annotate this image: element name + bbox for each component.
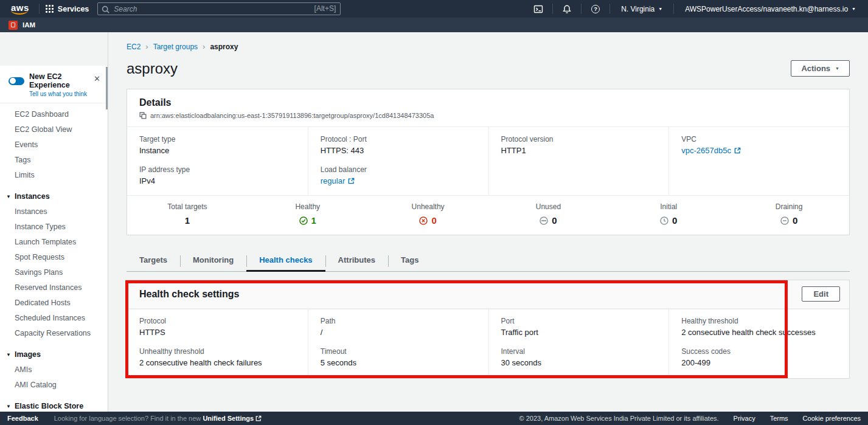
privacy-link[interactable]: Privacy bbox=[734, 415, 755, 422]
external-link-icon bbox=[255, 415, 262, 421]
field-label: IP address type bbox=[139, 165, 296, 174]
sidebar-item-limits[interactable]: Limits bbox=[0, 168, 108, 183]
sidebar-section-images[interactable]: ▼ Images bbox=[0, 347, 108, 362]
sidebar-item-events[interactable]: Events bbox=[0, 137, 108, 153]
details-title: Details bbox=[139, 97, 837, 108]
triangle-down-icon: ▼ bbox=[6, 194, 11, 199]
tab-bar: Targets Monitoring Health checks Attribu… bbox=[127, 251, 850, 272]
unified-settings-link[interactable]: Unified Settings bbox=[203, 415, 254, 422]
services-label: Services bbox=[58, 5, 89, 13]
sidebar-item-reserved-instances[interactable]: Reserved Instances bbox=[0, 280, 108, 295]
target-group-arn: arn:aws:elasticloadbalancing:us-east-1:3… bbox=[150, 112, 434, 119]
sidebar-item-capacity-reservations[interactable]: Capacity Reservations bbox=[0, 326, 108, 341]
notifications-bell-icon[interactable] bbox=[559, 4, 575, 14]
hc-protocol-value: HTTPS bbox=[139, 328, 296, 337]
sidebar-item-ami-catalog[interactable]: AMI Catalog bbox=[0, 378, 108, 393]
breadcrumb-target-groups[interactable]: Target groups bbox=[153, 43, 198, 51]
sidebar-item-spot-requests[interactable]: Spot Requests bbox=[0, 250, 108, 265]
draining-minus-icon bbox=[780, 216, 789, 225]
chevron-right-icon: › bbox=[203, 42, 205, 51]
footer: Feedback Looking for language selection?… bbox=[0, 412, 868, 425]
aws-logo[interactable]: aws bbox=[7, 2, 33, 15]
close-icon[interactable]: ✕ bbox=[94, 74, 100, 83]
tell-us-link[interactable]: Tell us what you think bbox=[29, 91, 99, 97]
field-label: Load balancer bbox=[321, 165, 476, 174]
feedback-link[interactable]: Feedback bbox=[7, 415, 38, 422]
services-menu-button[interactable]: Services bbox=[46, 5, 89, 13]
tab-health-checks[interactable]: Health checks bbox=[246, 251, 325, 272]
unhealthy-x-icon bbox=[419, 216, 428, 225]
sidebar-item-launch-templates[interactable]: Launch Templates bbox=[0, 235, 108, 250]
copy-icon[interactable] bbox=[139, 112, 147, 119]
field-label: Timeout bbox=[321, 347, 476, 356]
healthy-count: 1 bbox=[248, 215, 368, 226]
field-label: Path bbox=[321, 317, 476, 325]
tab-tags[interactable]: Tags bbox=[388, 251, 431, 272]
sidebar-item-ec2-global-view[interactable]: EC2 Global View bbox=[0, 122, 108, 137]
account-menu[interactable]: AWSPowerUserAccess/navaneeth.kn@harness.… bbox=[680, 5, 861, 13]
hc-success-codes-value: 200-499 bbox=[681, 358, 837, 367]
actions-button[interactable]: Actions▼ bbox=[791, 60, 850, 77]
new-experience-toggle[interactable] bbox=[9, 77, 24, 85]
field-label: Protocol bbox=[139, 317, 296, 325]
breadcrumb-ec2[interactable]: EC2 bbox=[127, 43, 141, 51]
hc-healthy-threshold-value: 2 consecutive health check successes bbox=[681, 328, 837, 337]
field-label: Port bbox=[501, 317, 657, 325]
health-check-settings-title: Health check settings bbox=[139, 289, 837, 300]
field-label: Protocol version bbox=[501, 135, 657, 143]
hc-port-value: Traffic port bbox=[501, 328, 657, 337]
target-health-summary: Total targets 1 Healthy 1 Unhealthy 0 Un… bbox=[127, 195, 849, 235]
region-selector[interactable]: N. Virginia▼ bbox=[616, 5, 667, 13]
breadcrumb: EC2 › Target groups › asproxy bbox=[127, 42, 850, 51]
unused-ellipsis-icon bbox=[540, 216, 548, 225]
sidebar-item-savings-plans[interactable]: Savings Plans bbox=[0, 265, 108, 280]
copyright-text: © 2023, Amazon Web Services India Privat… bbox=[519, 415, 719, 422]
divider bbox=[581, 4, 582, 14]
sidebar-section-instances[interactable]: ▼ Instances bbox=[0, 189, 108, 204]
new-experience-title: New EC2 Experience bbox=[29, 72, 99, 89]
sidebar-nav: EC2 Dashboard EC2 Global View Events Tag… bbox=[0, 103, 108, 425]
cloudshell-icon[interactable] bbox=[530, 4, 546, 14]
unused-count: 0 bbox=[488, 215, 608, 226]
total-targets-count: 1 bbox=[127, 215, 248, 226]
global-search: [Alt+S] bbox=[97, 2, 341, 15]
search-icon bbox=[102, 5, 109, 16]
page-title: asproxy bbox=[127, 60, 178, 77]
details-card: Details arn:aws:elasticloadbalancing:us-… bbox=[127, 89, 850, 235]
vpc-link[interactable]: vpc-2657db5c bbox=[681, 146, 837, 155]
search-shortcut: [Alt+S] bbox=[314, 4, 336, 13]
sidebar-item-scheduled-instances[interactable]: Scheduled Instances bbox=[0, 311, 108, 326]
external-link-icon bbox=[348, 178, 355, 184]
hc-timeout-value: 5 seconds bbox=[321, 358, 476, 367]
tab-monitoring[interactable]: Monitoring bbox=[180, 251, 246, 272]
sidebar-item-ec2-dashboard[interactable]: EC2 Dashboard bbox=[0, 107, 108, 122]
sidebar-scrollbar[interactable] bbox=[106, 67, 108, 109]
top-navbar: aws Services [Alt+S] ? N. Virgini bbox=[0, 0, 868, 18]
hc-interval-value: 30 seconds bbox=[501, 358, 657, 367]
tab-attributes[interactable]: Attributes bbox=[325, 251, 388, 272]
aws-console-screen: aws Services [Alt+S] ? N. Virgini bbox=[0, 0, 868, 425]
field-label: VPC bbox=[681, 135, 837, 143]
load-balancer-link[interactable]: regular bbox=[321, 176, 476, 185]
hc-unhealthy-threshold-value: 2 consecutive health check failures bbox=[139, 358, 296, 367]
tab-targets[interactable]: Targets bbox=[127, 251, 180, 272]
search-input[interactable] bbox=[97, 2, 341, 15]
target-type-value: Instance bbox=[139, 146, 296, 155]
edit-button[interactable]: Edit bbox=[802, 286, 840, 302]
cookie-preferences-link[interactable]: Cookie preferences bbox=[803, 415, 861, 422]
initial-count: 0 bbox=[608, 215, 729, 226]
sidebar-item-instances[interactable]: Instances bbox=[0, 204, 108, 219]
sidebar-item-dedicated-hosts[interactable]: Dedicated Hosts bbox=[0, 295, 108, 311]
sidebar-item-amis[interactable]: AMIs bbox=[0, 362, 108, 378]
sidebar-item-instance-types[interactable]: Instance Types bbox=[0, 219, 108, 235]
divider bbox=[552, 4, 553, 14]
chevron-down-icon: ▼ bbox=[852, 7, 856, 11]
help-icon[interactable]: ? bbox=[588, 5, 603, 13]
sidebar: New EC2 Experience Tell us what you thin… bbox=[0, 32, 108, 412]
favorite-iam-link[interactable]: IAM bbox=[23, 21, 35, 29]
field-label: Target type bbox=[139, 135, 296, 143]
sidebar-item-tags[interactable]: Tags bbox=[0, 153, 108, 168]
terms-link[interactable]: Terms bbox=[770, 415, 788, 422]
field-label: Protocol : Port bbox=[321, 135, 476, 143]
protocol-version-value: HTTP1 bbox=[501, 146, 657, 155]
